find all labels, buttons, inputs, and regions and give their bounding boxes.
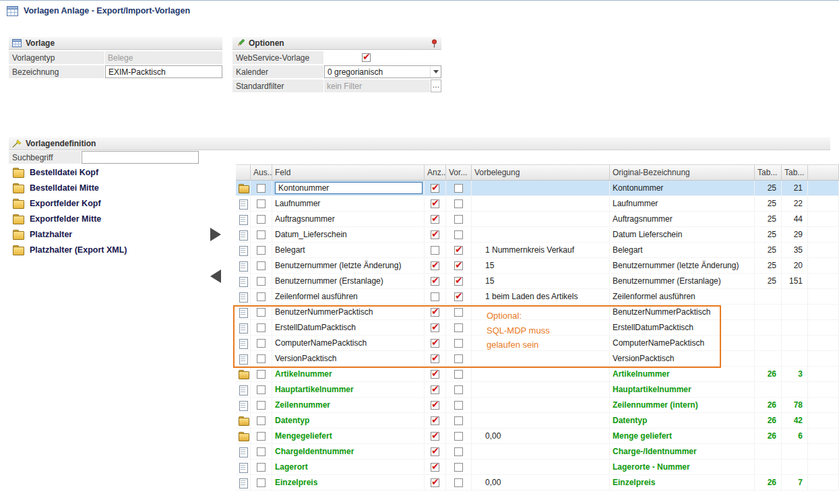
feld-cell[interactable]: Auftragsnummer bbox=[275, 214, 335, 224]
column-header-anz[interactable]: Anz... bbox=[425, 164, 446, 181]
feld-cell[interactable]: Hauptartikelnummer bbox=[275, 385, 354, 394]
column-header-tab2[interactable]: Tab... bbox=[782, 164, 808, 181]
auswahl-checkbox[interactable] bbox=[257, 292, 266, 301]
anzeigen-checkbox[interactable] bbox=[431, 401, 439, 410]
anzeigen-checkbox[interactable] bbox=[431, 323, 439, 332]
anzeigen-checkbox[interactable] bbox=[431, 385, 439, 394]
table-row[interactable]: Datum_Lieferschein Datum Lieferschein 25… bbox=[236, 227, 839, 243]
column-header-original-bezeichnung[interactable]: Original-Bezeichnung bbox=[610, 164, 755, 181]
vorbelegung-checkbox[interactable] bbox=[454, 432, 463, 441]
anzeigen-checkbox[interactable] bbox=[431, 184, 439, 193]
vorbelegung-checkbox[interactable] bbox=[454, 463, 463, 472]
auswahl-checkbox[interactable] bbox=[257, 432, 266, 441]
anzeigen-checkbox[interactable] bbox=[431, 292, 439, 301]
feld-cell[interactable]: BenutzerNummerPacktisch bbox=[275, 307, 373, 317]
folder-item-bestelldatei-kopf[interactable]: Bestelldatei Kopf bbox=[9, 164, 147, 180]
feld-cell[interactable]: Zeilennummer bbox=[275, 400, 330, 410]
auswahl-checkbox[interactable] bbox=[257, 261, 266, 270]
filter-more-button[interactable]: … bbox=[431, 80, 441, 92]
feld-cell[interactable]: ComputerNamePacktisch bbox=[275, 338, 367, 348]
anzeigen-checkbox[interactable] bbox=[431, 463, 439, 472]
table-row[interactable]: Lagerort Lagerorte - Nummer bbox=[236, 460, 839, 475]
auswahl-checkbox[interactable] bbox=[257, 354, 266, 363]
feld-cell[interactable]: Belegart bbox=[275, 245, 305, 255]
dropdown-arrow-icon[interactable] bbox=[430, 66, 441, 77]
folder-item-bestelldatei-mitte[interactable]: Bestelldatei Mitte bbox=[9, 180, 147, 195]
vorbelegung-checkbox[interactable] bbox=[454, 323, 463, 332]
table-row[interactable]: ComputerNamePacktisch ComputerNamePackti… bbox=[236, 336, 839, 351]
feld-cell[interactable]: Datentyp bbox=[275, 416, 309, 425]
table-row[interactable]: Benutzernummer (Erstanlage) 15 Benutzern… bbox=[236, 274, 839, 289]
table-row[interactable]: Einzelpreis 0,00 Einzelpreis 26 7 bbox=[236, 475, 839, 491]
feld-cell[interactable]: ChargeIdentnummer bbox=[275, 447, 354, 456]
anzeigen-checkbox[interactable] bbox=[431, 308, 439, 317]
feld-cell[interactable]: Artikelnummer bbox=[275, 369, 332, 379]
vorbelegung-checkbox[interactable] bbox=[454, 401, 463, 410]
auswahl-checkbox[interactable] bbox=[257, 463, 266, 472]
table-row[interactable]: Zeilennummer Zeilennummer (intern) 26 78 bbox=[236, 398, 839, 413]
anzeigen-checkbox[interactable] bbox=[431, 230, 439, 239]
feld-cell[interactable]: ErstellDatumPacktisch bbox=[275, 323, 356, 332]
anzeigen-checkbox[interactable] bbox=[431, 339, 439, 348]
auswahl-checkbox[interactable] bbox=[257, 385, 266, 394]
auswahl-checkbox[interactable] bbox=[257, 401, 266, 410]
auswahl-checkbox[interactable] bbox=[257, 308, 266, 317]
anzeigen-checkbox[interactable] bbox=[431, 432, 439, 441]
table-row[interactable]: Zeilenformel ausführen 1 beim Laden des … bbox=[236, 289, 839, 305]
vorbelegung-checkbox[interactable] bbox=[454, 277, 463, 286]
pin-icon[interactable] bbox=[431, 39, 438, 48]
auswahl-checkbox[interactable] bbox=[257, 416, 266, 425]
feld-cell[interactable]: Benutzernummer (letzte Änderung) bbox=[275, 261, 401, 270]
move-left-button[interactable] bbox=[210, 270, 221, 283]
column-header-tab1[interactable]: Tab... bbox=[755, 164, 782, 181]
table-row[interactable]: BenutzerNummerPacktisch BenutzerNummerPa… bbox=[236, 305, 839, 320]
table-row[interactable]: ChargeIdentnummer Charge-/Identnummer bbox=[236, 444, 839, 460]
column-header-aus[interactable]: Aus... bbox=[251, 164, 272, 181]
vorbelegung-checkbox[interactable] bbox=[454, 308, 463, 317]
vorbelegung-checkbox[interactable] bbox=[454, 478, 463, 487]
column-header-vor[interactable]: Vor... bbox=[446, 164, 472, 181]
auswahl-checkbox[interactable] bbox=[257, 447, 266, 456]
vorbelegung-checkbox[interactable] bbox=[454, 292, 463, 301]
table-row[interactable]: Laufnummer Laufnummer 25 22 bbox=[236, 196, 839, 212]
vorbelegung-checkbox[interactable] bbox=[454, 385, 463, 394]
feld-cell[interactable]: Zeilenformel ausführen bbox=[275, 292, 358, 301]
auswahl-checkbox[interactable] bbox=[257, 339, 266, 348]
anzeigen-checkbox[interactable] bbox=[431, 370, 439, 379]
anzeigen-checkbox[interactable] bbox=[431, 261, 439, 270]
vorbelegung-checkbox[interactable] bbox=[454, 339, 463, 348]
table-row[interactable]: Artikelnummer Artikelnummer 26 3 bbox=[236, 367, 839, 382]
vorbelegung-checkbox[interactable] bbox=[454, 354, 463, 363]
feld-cell[interactable]: Kontonummer bbox=[275, 182, 423, 194]
table-row[interactable]: Datentyp Datentyp 26 42 bbox=[236, 413, 839, 429]
feld-cell[interactable]: Benutzernummer (Erstanlage) bbox=[275, 276, 383, 286]
folder-item-platzhalter-export-xml[interactable]: Platzhalter (Export XML) bbox=[9, 242, 147, 257]
auswahl-checkbox[interactable] bbox=[257, 246, 266, 255]
auswahl-checkbox[interactable] bbox=[257, 277, 266, 286]
vorbelegung-checkbox[interactable] bbox=[454, 261, 463, 270]
anzeigen-checkbox[interactable] bbox=[431, 199, 439, 208]
anzeigen-checkbox[interactable] bbox=[431, 246, 439, 255]
move-right-button[interactable] bbox=[210, 228, 221, 241]
column-header-feld[interactable]: Feld bbox=[272, 164, 425, 181]
auswahl-checkbox[interactable] bbox=[257, 370, 266, 379]
folder-item-platzhalter[interactable]: Platzhalter bbox=[9, 226, 147, 242]
auswahl-checkbox[interactable] bbox=[257, 184, 266, 193]
vorbelegung-checkbox[interactable] bbox=[454, 230, 463, 239]
anzeigen-checkbox[interactable] bbox=[431, 215, 439, 224]
auswahl-checkbox[interactable] bbox=[257, 323, 266, 332]
folder-item-exportfelder-mitte[interactable]: Exportfelder Mitte bbox=[9, 211, 147, 226]
bezeichnung-input[interactable] bbox=[105, 65, 222, 78]
anzeigen-checkbox[interactable] bbox=[431, 416, 439, 425]
feld-cell[interactable]: Einzelpreis bbox=[275, 478, 317, 487]
anzeigen-checkbox[interactable] bbox=[431, 447, 439, 456]
vorbelegung-checkbox[interactable] bbox=[454, 215, 463, 224]
table-row[interactable]: Belegart 1 Nummernkreis Verkauf Belegart… bbox=[236, 243, 839, 258]
vorbelegung-checkbox[interactable] bbox=[454, 246, 463, 255]
vorbelegung-checkbox[interactable] bbox=[454, 199, 463, 208]
auswahl-checkbox[interactable] bbox=[257, 478, 266, 487]
table-row[interactable]: Hauptartikelnummer Hauptartikelnummer bbox=[236, 382, 839, 398]
column-header-vorbelegung[interactable]: Vorbelegung bbox=[472, 164, 610, 181]
vorbelegung-checkbox[interactable] bbox=[454, 416, 463, 425]
vorbelegung-checkbox[interactable] bbox=[454, 447, 463, 456]
